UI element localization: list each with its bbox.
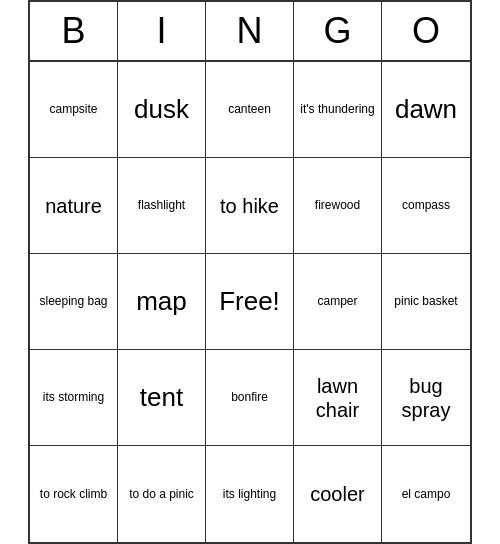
header-letter: B — [30, 2, 118, 60]
bingo-cell: tent — [118, 350, 206, 446]
bingo-cell: bug spray — [382, 350, 470, 446]
bingo-cell: camper — [294, 254, 382, 350]
bingo-cell: sleeping bag — [30, 254, 118, 350]
bingo-cell: Free! — [206, 254, 294, 350]
bingo-cell: to rock climb — [30, 446, 118, 542]
bingo-cell: dawn — [382, 62, 470, 158]
bingo-cell: compass — [382, 158, 470, 254]
header-letter: G — [294, 2, 382, 60]
bingo-cell: cooler — [294, 446, 382, 542]
bingo-cell: dusk — [118, 62, 206, 158]
bingo-grid: campsiteduskcanteenit's thunderingdawnna… — [30, 62, 470, 542]
bingo-cell: firewood — [294, 158, 382, 254]
bingo-cell: bonfire — [206, 350, 294, 446]
bingo-cell: pinic basket — [382, 254, 470, 350]
bingo-cell: to do a pinic — [118, 446, 206, 542]
bingo-cell: it's thundering — [294, 62, 382, 158]
bingo-cell: map — [118, 254, 206, 350]
bingo-cell: its lighting — [206, 446, 294, 542]
bingo-header: BINGO — [30, 2, 470, 62]
bingo-cell: its storming — [30, 350, 118, 446]
header-letter: O — [382, 2, 470, 60]
bingo-cell: campsite — [30, 62, 118, 158]
bingo-cell: to hike — [206, 158, 294, 254]
header-letter: N — [206, 2, 294, 60]
bingo-cell: lawn chair — [294, 350, 382, 446]
bingo-card: BINGO campsiteduskcanteenit's thundering… — [28, 0, 472, 544]
bingo-cell: flashlight — [118, 158, 206, 254]
bingo-cell: canteen — [206, 62, 294, 158]
header-letter: I — [118, 2, 206, 60]
bingo-cell: nature — [30, 158, 118, 254]
bingo-cell: el campo — [382, 446, 470, 542]
